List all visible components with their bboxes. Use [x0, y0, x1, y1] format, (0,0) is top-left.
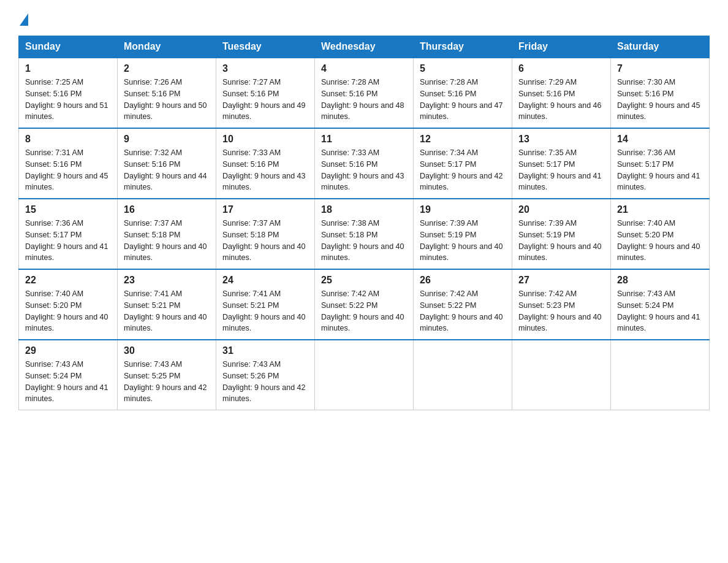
- calendar-day-cell: 8 Sunrise: 7:31 AMSunset: 5:16 PMDayligh…: [19, 128, 118, 199]
- calendar-day-cell: 4 Sunrise: 7:28 AMSunset: 5:16 PMDayligh…: [315, 58, 414, 128]
- day-info: Sunrise: 7:40 AMSunset: 5:20 PMDaylight:…: [25, 288, 111, 334]
- calendar-day-cell: [611, 340, 710, 410]
- day-number: 22: [25, 275, 111, 286]
- day-info: Sunrise: 7:34 AMSunset: 5:17 PMDaylight:…: [420, 147, 506, 193]
- day-info: Sunrise: 7:36 AMSunset: 5:17 PMDaylight:…: [617, 147, 703, 193]
- calendar-day-cell: 30 Sunrise: 7:43 AMSunset: 5:25 PMDaylig…: [118, 340, 216, 410]
- calendar-day-cell: 24 Sunrise: 7:41 AMSunset: 5:21 PMDaylig…: [216, 269, 315, 340]
- day-info: Sunrise: 7:43 AMSunset: 5:24 PMDaylight:…: [617, 288, 703, 334]
- day-of-week-header: Saturday: [611, 36, 710, 58]
- calendar-day-cell: [414, 340, 512, 410]
- day-number: 1: [25, 63, 111, 74]
- day-info: Sunrise: 7:36 AMSunset: 5:17 PMDaylight:…: [25, 218, 111, 264]
- day-of-week-header: Sunday: [19, 36, 118, 58]
- calendar-day-cell: 18 Sunrise: 7:38 AMSunset: 5:18 PMDaylig…: [315, 199, 414, 269]
- day-info: Sunrise: 7:33 AMSunset: 5:16 PMDaylight:…: [222, 147, 308, 193]
- day-info: Sunrise: 7:37 AMSunset: 5:18 PMDaylight:…: [222, 218, 308, 264]
- day-info: Sunrise: 7:39 AMSunset: 5:19 PMDaylight:…: [420, 218, 506, 264]
- day-number: 30: [124, 345, 210, 356]
- logo: [18, 12, 28, 25]
- day-of-week-header: Monday: [118, 36, 216, 58]
- day-info: Sunrise: 7:30 AMSunset: 5:16 PMDaylight:…: [617, 77, 703, 123]
- calendar-day-cell: 6 Sunrise: 7:29 AMSunset: 5:16 PMDayligh…: [512, 58, 611, 128]
- calendar-day-cell: 5 Sunrise: 7:28 AMSunset: 5:16 PMDayligh…: [414, 58, 512, 128]
- calendar-day-cell: 21 Sunrise: 7:40 AMSunset: 5:20 PMDaylig…: [611, 199, 710, 269]
- day-number: 16: [124, 204, 210, 215]
- day-number: 21: [617, 204, 703, 215]
- day-number: 15: [25, 204, 111, 215]
- day-number: 14: [617, 134, 703, 145]
- day-info: Sunrise: 7:38 AMSunset: 5:18 PMDaylight:…: [321, 218, 407, 264]
- calendar-day-cell: 26 Sunrise: 7:42 AMSunset: 5:22 PMDaylig…: [414, 269, 512, 340]
- day-of-week-header: Wednesday: [315, 36, 414, 58]
- calendar-day-cell: 23 Sunrise: 7:41 AMSunset: 5:21 PMDaylig…: [118, 269, 216, 340]
- calendar-week-row: 22 Sunrise: 7:40 AMSunset: 5:20 PMDaylig…: [19, 269, 710, 340]
- calendar-day-cell: [512, 340, 611, 410]
- day-info: Sunrise: 7:42 AMSunset: 5:22 PMDaylight:…: [321, 288, 407, 334]
- day-of-week-header: Thursday: [414, 36, 512, 58]
- day-number: 6: [518, 63, 604, 74]
- day-info: Sunrise: 7:41 AMSunset: 5:21 PMDaylight:…: [124, 288, 210, 334]
- calendar-day-cell: 3 Sunrise: 7:27 AMSunset: 5:16 PMDayligh…: [216, 58, 315, 128]
- day-number: 12: [420, 134, 506, 145]
- day-info: Sunrise: 7:29 AMSunset: 5:16 PMDaylight:…: [518, 77, 604, 123]
- calendar-day-cell: 15 Sunrise: 7:36 AMSunset: 5:17 PMDaylig…: [19, 199, 118, 269]
- day-number: 31: [222, 345, 308, 356]
- day-info: Sunrise: 7:37 AMSunset: 5:18 PMDaylight:…: [124, 218, 210, 264]
- day-number: 25: [321, 275, 407, 286]
- day-number: 5: [420, 63, 506, 74]
- calendar-table: SundayMondayTuesdayWednesdayThursdayFrid…: [18, 36, 710, 410]
- calendar-week-row: 29 Sunrise: 7:43 AMSunset: 5:24 PMDaylig…: [19, 340, 710, 410]
- day-info: Sunrise: 7:27 AMSunset: 5:16 PMDaylight:…: [222, 77, 308, 123]
- calendar-week-row: 8 Sunrise: 7:31 AMSunset: 5:16 PMDayligh…: [19, 128, 710, 199]
- day-info: Sunrise: 7:32 AMSunset: 5:16 PMDaylight:…: [124, 147, 210, 193]
- calendar-day-cell: 2 Sunrise: 7:26 AMSunset: 5:16 PMDayligh…: [118, 58, 216, 128]
- calendar-day-cell: 11 Sunrise: 7:33 AMSunset: 5:16 PMDaylig…: [315, 128, 414, 199]
- calendar-day-cell: 25 Sunrise: 7:42 AMSunset: 5:22 PMDaylig…: [315, 269, 414, 340]
- calendar-header-row: SundayMondayTuesdayWednesdayThursdayFrid…: [19, 36, 710, 58]
- calendar-day-cell: 16 Sunrise: 7:37 AMSunset: 5:18 PMDaylig…: [118, 199, 216, 269]
- day-number: 17: [222, 204, 308, 215]
- day-number: 20: [518, 204, 604, 215]
- day-number: 2: [124, 63, 210, 74]
- calendar-day-cell: 28 Sunrise: 7:43 AMSunset: 5:24 PMDaylig…: [611, 269, 710, 340]
- calendar-day-cell: 9 Sunrise: 7:32 AMSunset: 5:16 PMDayligh…: [118, 128, 216, 199]
- calendar-day-cell: 10 Sunrise: 7:33 AMSunset: 5:16 PMDaylig…: [216, 128, 315, 199]
- day-info: Sunrise: 7:33 AMSunset: 5:16 PMDaylight:…: [321, 147, 407, 193]
- day-info: Sunrise: 7:28 AMSunset: 5:16 PMDaylight:…: [321, 77, 407, 123]
- day-number: 10: [222, 134, 308, 145]
- day-info: Sunrise: 7:42 AMSunset: 5:22 PMDaylight:…: [420, 288, 506, 334]
- day-number: 8: [25, 134, 111, 145]
- day-info: Sunrise: 7:43 AMSunset: 5:24 PMDaylight:…: [25, 359, 111, 405]
- day-number: 23: [124, 275, 210, 286]
- day-number: 11: [321, 134, 407, 145]
- day-info: Sunrise: 7:42 AMSunset: 5:23 PMDaylight:…: [518, 288, 604, 334]
- day-number: 18: [321, 204, 407, 215]
- day-info: Sunrise: 7:43 AMSunset: 5:26 PMDaylight:…: [222, 359, 308, 405]
- day-number: 26: [420, 275, 506, 286]
- day-number: 13: [518, 134, 604, 145]
- calendar-day-cell: 27 Sunrise: 7:42 AMSunset: 5:23 PMDaylig…: [512, 269, 611, 340]
- calendar-day-cell: 14 Sunrise: 7:36 AMSunset: 5:17 PMDaylig…: [611, 128, 710, 199]
- day-number: 24: [222, 275, 308, 286]
- day-of-week-header: Friday: [512, 36, 611, 58]
- calendar-day-cell: 29 Sunrise: 7:43 AMSunset: 5:24 PMDaylig…: [19, 340, 118, 410]
- logo-triangle-icon: [20, 13, 28, 26]
- calendar-day-cell: 31 Sunrise: 7:43 AMSunset: 5:26 PMDaylig…: [216, 340, 315, 410]
- page-header: [18, 12, 710, 25]
- day-number: 27: [518, 275, 604, 286]
- day-info: Sunrise: 7:25 AMSunset: 5:16 PMDaylight:…: [25, 77, 111, 123]
- day-number: 29: [25, 345, 111, 356]
- day-info: Sunrise: 7:31 AMSunset: 5:16 PMDaylight:…: [25, 147, 111, 193]
- day-number: 4: [321, 63, 407, 74]
- day-info: Sunrise: 7:26 AMSunset: 5:16 PMDaylight:…: [124, 77, 210, 123]
- day-info: Sunrise: 7:39 AMSunset: 5:19 PMDaylight:…: [518, 218, 604, 264]
- calendar-day-cell: [315, 340, 414, 410]
- day-number: 28: [617, 275, 703, 286]
- calendar-week-row: 15 Sunrise: 7:36 AMSunset: 5:17 PMDaylig…: [19, 199, 710, 269]
- day-info: Sunrise: 7:43 AMSunset: 5:25 PMDaylight:…: [124, 359, 210, 405]
- day-info: Sunrise: 7:41 AMSunset: 5:21 PMDaylight:…: [222, 288, 308, 334]
- day-number: 9: [124, 134, 210, 145]
- calendar-week-row: 1 Sunrise: 7:25 AMSunset: 5:16 PMDayligh…: [19, 58, 710, 128]
- calendar-day-cell: 12 Sunrise: 7:34 AMSunset: 5:17 PMDaylig…: [414, 128, 512, 199]
